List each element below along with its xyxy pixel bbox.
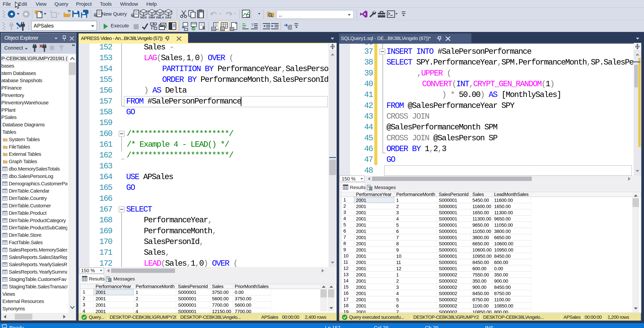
- svg-text:DMX: DMX: [149, 16, 155, 19]
- svg-text:?: ?: [251, 23, 253, 27]
- svg-text:01: 01: [221, 27, 224, 30]
- svg-text:XMLA: XMLA: [156, 16, 164, 19]
- svg-text:DAX: DAX: [165, 16, 172, 19]
- svg-text:01: 01: [212, 27, 215, 30]
- svg-text:MDX: MDX: [140, 16, 147, 19]
- svg-text:01: 01: [231, 28, 233, 30]
- svg-text:@: @: [287, 24, 292, 30]
